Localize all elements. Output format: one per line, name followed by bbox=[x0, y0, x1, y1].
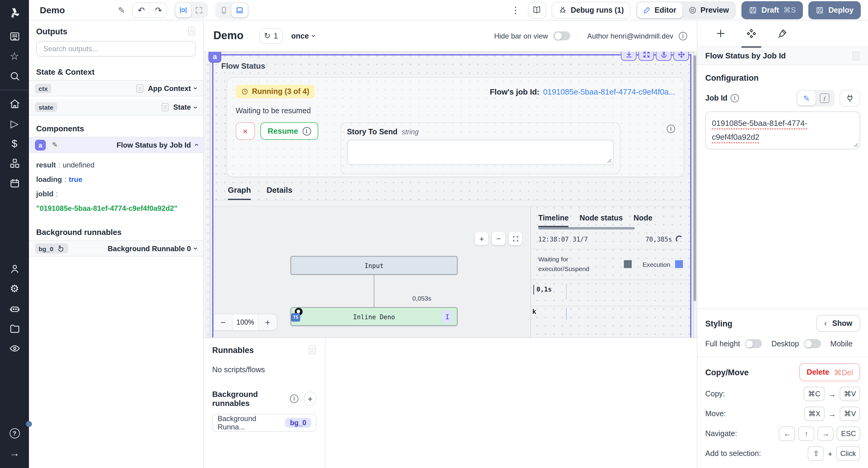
desktop-toggle[interactable] bbox=[804, 339, 821, 348]
tab-node-definition[interactable]: Node bbox=[633, 214, 652, 227]
favorites-star-icon[interactable]: ☆ bbox=[0, 46, 29, 66]
state-chevron-down-icon[interactable]: › bbox=[192, 106, 200, 109]
workspace-icon[interactable] bbox=[0, 27, 29, 46]
app-canvas[interactable]: a Flow Status Running (3 of 4) bbox=[204, 52, 697, 337]
bg-chevron-down-icon[interactable]: › bbox=[192, 247, 200, 250]
state-row[interactable]: state State › bbox=[29, 99, 203, 115]
graph-node-inline-deno[interactable]: TS Inline Deno I bbox=[290, 307, 458, 326]
fullwidth-layout-button[interactable] bbox=[191, 3, 207, 17]
zoom-in-button[interactable]: + bbox=[258, 314, 277, 331]
anchor-button[interactable] bbox=[656, 52, 672, 61]
result-line[interactable]: result:undefined bbox=[36, 158, 196, 172]
right-panel-doc-icon[interactable] bbox=[852, 51, 860, 61]
jobid-line[interactable]: jobId: bbox=[36, 187, 196, 201]
mobile-view-button[interactable] bbox=[217, 3, 232, 17]
fullscreen-button[interactable] bbox=[638, 52, 654, 61]
schedule-dropdown[interactable]: once › bbox=[291, 32, 315, 40]
outputs-search-input[interactable] bbox=[42, 44, 190, 54]
resume-info-icon[interactable]: i bbox=[302, 127, 311, 135]
connect-plug-button[interactable] bbox=[840, 90, 860, 107]
component-edit-pencil-icon[interactable]: ✎ bbox=[50, 139, 60, 150]
collapse-arrow-icon[interactable]: → bbox=[0, 443, 29, 463]
loading-line[interactable]: loading:true bbox=[36, 172, 196, 187]
tab-details[interactable]: Details bbox=[267, 186, 292, 200]
audit-eye-icon[interactable] bbox=[0, 338, 29, 358]
resize-handle-icon[interactable] bbox=[607, 158, 612, 163]
static-input-mode-button[interactable]: ✎ bbox=[798, 91, 815, 105]
rename-pencil-icon[interactable]: ✎ bbox=[118, 5, 125, 15]
flow-graph[interactable]: + − Input 0,053s TS Inline Deno I − bbox=[213, 206, 529, 337]
job-id-resize-handle-icon[interactable] bbox=[854, 143, 858, 147]
editor-tab[interactable]: Editor bbox=[637, 2, 682, 18]
author-info-icon[interactable]: i bbox=[679, 32, 687, 40]
refresh-icon[interactable]: ↻ bbox=[264, 31, 271, 40]
windmill-logo-icon[interactable] bbox=[0, 0, 29, 27]
ctx-doc-icon[interactable] bbox=[136, 83, 144, 93]
selected-component-flow-status[interactable]: a Flow Status Running (3 of 4) bbox=[212, 54, 691, 337]
jobid-value-line[interactable]: "0191085e-5baa-81ef-4774-c9ef4f0a92d2" bbox=[36, 201, 196, 215]
resources-cubes-icon[interactable] bbox=[0, 154, 29, 173]
flow-job-id-link[interactable]: 0191085e-5baa-81ef-4774-c9ef4f0a... bbox=[543, 87, 675, 96]
add-bg-runnable-button[interactable]: + bbox=[304, 392, 316, 406]
bg-runnables-info-icon[interactable]: i bbox=[290, 395, 299, 403]
search-icon[interactable] bbox=[0, 66, 29, 86]
ctx-row[interactable]: ctx App Context › bbox=[29, 80, 203, 96]
timeline-horizontal-scrollbar[interactable] bbox=[538, 227, 635, 230]
delete-button[interactable]: Delete ⌘Del bbox=[799, 363, 860, 381]
graph-zoom-out-button[interactable]: − bbox=[492, 232, 505, 245]
home-icon[interactable] bbox=[0, 94, 29, 114]
tab-node-status[interactable]: Node status bbox=[580, 214, 623, 227]
docs-book-button[interactable] bbox=[528, 1, 546, 19]
graph-zoom-in-button[interactable]: + bbox=[475, 232, 488, 245]
expression-input-mode-button[interactable]: ƒ bbox=[815, 91, 834, 105]
redo-button[interactable]: ↷ bbox=[150, 2, 167, 18]
canvas-vertical-scrollbar[interactable] bbox=[693, 56, 696, 301]
zoom-out-button[interactable]: − bbox=[214, 314, 232, 331]
graph-fit-button[interactable] bbox=[509, 232, 522, 245]
more-menu-kebab-icon[interactable]: ⋮ bbox=[508, 4, 522, 15]
tab-timeline[interactable]: Timeline bbox=[538, 214, 569, 227]
job-id-textarea[interactable]: 0191085e-5baa-81ef-4774- c9ef4f0a92d2 bbox=[705, 111, 860, 149]
move-button[interactable] bbox=[673, 52, 689, 61]
state-doc-icon[interactable] bbox=[161, 102, 170, 112]
resume-button[interactable]: Resume i bbox=[260, 122, 318, 140]
tab-graph[interactable]: Graph bbox=[228, 186, 251, 200]
job-id-info-icon[interactable]: i bbox=[731, 94, 739, 102]
users-icon[interactable] bbox=[0, 259, 29, 278]
desktop-view-button[interactable] bbox=[232, 3, 248, 17]
component-settings-tab[interactable] bbox=[746, 20, 756, 47]
ctx-chevron-down-icon[interactable]: › bbox=[192, 87, 200, 90]
runs-play-icon[interactable]: ▷ bbox=[0, 114, 29, 134]
show-styling-button[interactable]: ‹ Show bbox=[816, 315, 860, 332]
full-height-toggle[interactable] bbox=[745, 339, 762, 348]
help-icon[interactable]: ? bbox=[0, 424, 29, 443]
hide-bar-toggle[interactable] bbox=[553, 31, 570, 40]
bg-runnable-row[interactable]: bg_0 Background Runnable 0 › bbox=[29, 240, 203, 257]
styling-brush-tab[interactable] bbox=[777, 20, 787, 47]
component-chevron-up-icon[interactable]: › bbox=[192, 144, 200, 146]
debug-runs-button[interactable]: Debug runs (1) bbox=[551, 1, 630, 19]
outputs-doc-icon[interactable] bbox=[187, 27, 196, 36]
undo-button[interactable]: ↶ bbox=[133, 2, 150, 18]
refresh-group[interactable]: ↻1 bbox=[259, 28, 283, 44]
settings-gear-icon[interactable]: ⚙ bbox=[0, 278, 29, 298]
cancel-button[interactable]: × bbox=[236, 122, 255, 140]
centered-layout-button[interactable] bbox=[176, 3, 191, 17]
runnables-doc-icon[interactable] bbox=[308, 345, 316, 355]
schedules-calendar-icon[interactable] bbox=[0, 173, 29, 193]
card-info-icon[interactable]: i bbox=[667, 125, 675, 133]
variables-dollar-icon[interactable]: $ bbox=[0, 134, 29, 154]
component-outputs-row[interactable]: a ✎ Flow Status by Job Id › bbox=[29, 137, 203, 153]
expand-down-button[interactable] bbox=[621, 52, 637, 61]
component-tag-badge[interactable]: a bbox=[209, 52, 221, 63]
outputs-search[interactable] bbox=[36, 41, 196, 57]
bg-runnable-item[interactable]: Background Runna... bg_0 bbox=[212, 414, 316, 432]
deploy-button[interactable]: Deploy bbox=[809, 1, 861, 19]
draft-button[interactable]: Draft ⌘S bbox=[742, 1, 803, 19]
insert-component-tab[interactable] bbox=[715, 20, 726, 47]
graph-node-input[interactable]: Input bbox=[290, 256, 458, 275]
preview-tab[interactable]: Preview bbox=[682, 2, 735, 18]
folders-icon[interactable] bbox=[0, 318, 29, 338]
story-textarea[interactable] bbox=[347, 140, 613, 165]
workers-robot-icon[interactable] bbox=[0, 298, 29, 318]
